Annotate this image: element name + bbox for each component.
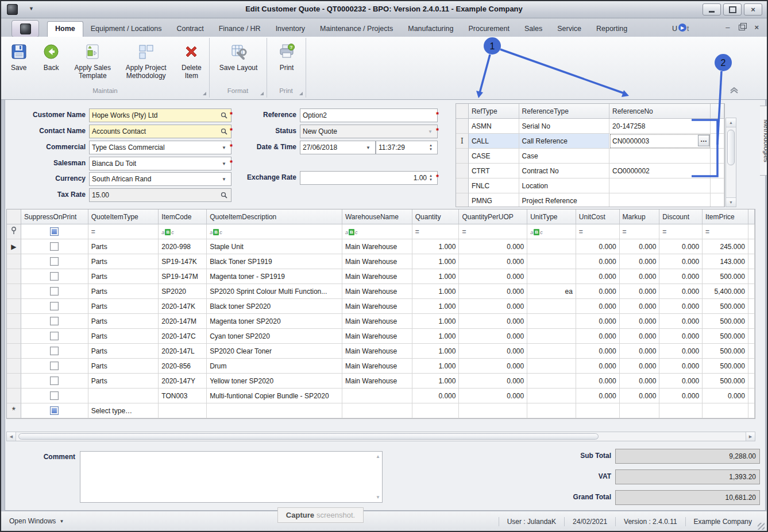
grid-cell-itemcode[interactable]: SP2020 [159,284,207,299]
column-header-quantityperuop[interactable]: QuantityPerUOP [459,209,527,224]
exchange-rate-spinner[interactable]: 1.00 ▲▼ [300,171,438,185]
grid-cell-quoteitemdescription[interactable]: Yellow toner SP2020 [207,374,342,389]
tab-scroll-right-icon[interactable]: ▶ [678,24,686,32]
ref-cell-referenceno[interactable]: CN0000003… [609,134,711,149]
grid-cell-warehousename[interactable]: Main Warehouse [342,374,412,389]
tab-inventory[interactable]: Inventory [268,22,312,37]
grid-cell-itemcode[interactable]: SP19-147K [159,254,207,269]
grid-cell-unittype[interactable] [527,329,576,344]
column-header-itemprice[interactable]: ItemPrice [703,209,748,224]
grid-cell-quoteitemtype[interactable]: Parts [88,254,159,269]
filter-cell-unittype[interactable]: aBc [527,224,576,239]
tab-contract[interactable]: Contract [169,22,211,37]
filter-cell-markup[interactable]: = [620,224,660,239]
grid-cell-quoteitemtype[interactable]: Parts [88,359,159,374]
checkbox-icon[interactable] [50,362,59,370]
grid-cell-discount[interactable]: 0.000 [659,389,703,403]
grid-cell-suppressonprint[interactable] [21,284,88,299]
grid-cell-discount[interactable]: 0.000 [659,314,703,329]
grid-cell-unitcost[interactable]: 0.000 [576,329,620,344]
grid-cell-markup[interactable]: 0.000 [620,239,660,254]
grid-cell-suppressonprint[interactable] [21,314,88,329]
grid-cell-unittype[interactable]: ea [527,284,576,299]
grid-cell-warehousename[interactable]: Main Warehouse [342,299,412,314]
grid-cell-quoteitemtype[interactable]: Parts [88,329,159,344]
new-row-cell-warehousename[interactable] [342,403,412,418]
group-dialog-launcher-icon[interactable] [299,92,303,95]
capture-screenshot-button[interactable]: Capturescreenshot. [277,507,364,523]
new-row-cell-suppressonprint[interactable] [21,403,88,418]
tab-manufacturing[interactable]: Manufacturing [400,22,461,37]
checkbox-icon[interactable] [50,302,59,310]
grid-cell-suppressonprint[interactable] [21,299,88,314]
new-row-cell-itemcode[interactable] [159,403,207,418]
date-picker[interactable]: 27/06/2018 ▼ [300,141,376,154]
grid-cell-quoteitemtype[interactable]: Parts [88,299,159,314]
scroll-up-icon[interactable]: ▲ [726,118,736,127]
filter-cell-quantity[interactable]: = [412,224,460,239]
grid-cell-unittype[interactable] [527,374,576,389]
back-button[interactable]: Back [36,40,65,72]
new-row-cell-quoteitemtype[interactable]: Select type… [88,403,159,418]
grid-cell-warehousename[interactable]: Main Warehouse [342,314,412,329]
grid-cell-warehousename[interactable]: Main Warehouse [342,359,412,374]
grid-cell-quoteitemtype[interactable]: Parts [88,344,159,359]
grid-cell-quantityperuop[interactable]: 0.000 [459,239,527,254]
ref-cell-referencetype[interactable]: Case [519,149,609,164]
tab-maintenance-projects[interactable]: Maintenance / Projects [312,22,400,37]
grid-cell-suppressonprint[interactable] [21,389,88,403]
grid-cell-unittype[interactable] [527,389,576,403]
column-header-markup[interactable]: Markup [620,209,660,224]
grid-cell-itemcode[interactable]: 2020-147M [159,314,207,329]
new-row-cell-unittype[interactable] [527,403,576,418]
ref-cell-referenceno[interactable]: 20-147258 [609,119,711,134]
grid-cell-itemcode[interactable]: 2020-998 [159,239,207,254]
grid-cell-quantity[interactable]: 1.000 [412,329,460,344]
tab-partial[interactable]: U [665,22,678,37]
grid-cell-unittype[interactable] [527,269,576,284]
tab-procurement[interactable]: Procurement [461,22,517,37]
ref-cell-reftype[interactable]: FNLC [469,178,519,193]
grid-cell-itemcode[interactable]: 2020-856 [159,359,207,374]
group-dialog-launcher-icon[interactable] [203,92,206,95]
application-menu-button[interactable] [11,20,39,37]
grid-cell-itemprice[interactable]: 500.000 [703,344,748,359]
new-row-cell-quantity[interactable] [412,403,460,418]
column-header-suppressonprint[interactable]: SuppressOnPrint [21,209,88,224]
reference-grid-vscrollbar[interactable]: ▲ ▼ [725,118,736,207]
grid-cell-quantity[interactable]: 1.000 [412,284,460,299]
spin-buttons[interactable]: ▲▼ [427,172,435,184]
save-layout-button[interactable]: Save Layout [215,40,261,72]
grid-cell-quantity[interactable]: 0.000 [412,389,460,403]
mdi-close-icon[interactable]: × [754,24,759,31]
ref-cell-referenceno[interactable] [609,178,711,193]
grid-cell-quoteitemtype[interactable]: Parts [88,239,159,254]
time-spinner[interactable]: 11:37:29 ▲▼ [376,141,438,154]
ref-column-header[interactable]: RefType [469,104,519,119]
checkbox-icon[interactable] [50,317,59,325]
grid-cell-itemprice[interactable]: 500.000 [703,329,748,344]
save-button[interactable]: Save [5,40,33,72]
grid-cell-suppressonprint[interactable] [21,269,88,284]
column-header-quoteitemdescription[interactable]: QuoteItemDescription [207,209,342,224]
grid-cell-quantityperuop[interactable]: 0.000 [459,344,527,359]
filter-cell-itemcode[interactable]: aBc [159,224,207,239]
grid-cell-quantity[interactable]: 1.000 [412,254,460,269]
grid-cell-quoteitemdescription[interactable]: Magenta toner SP2020 [207,314,342,329]
checkbox-indeterminate-icon[interactable] [50,227,59,236]
grid-cell-markup[interactable]: 0.000 [620,329,660,344]
column-header-quoteitemtype[interactable]: QuoteItemType [88,209,159,224]
open-windows-menu[interactable]: Open Windows ▼ [9,517,64,525]
grid-cell-discount[interactable]: 0.000 [659,374,703,389]
grid-cell-quantity[interactable]: 1.000 [412,299,460,314]
grid-cell-quantityperuop[interactable]: 0.000 [459,299,527,314]
ref-column-header[interactable]: ReferenceNo [609,104,711,119]
grid-cell-warehousename[interactable]: Main Warehouse [342,239,412,254]
grid-cell-unittype[interactable] [527,239,576,254]
items-grid-hscrollbar[interactable]: ◀ ▶ [6,432,755,441]
column-header-unitcost[interactable]: UnitCost [576,209,620,224]
search-icon[interactable] [219,192,229,199]
group-dialog-launcher-icon[interactable] [260,92,264,95]
tab-equipment-locations[interactable]: Equipment / Locations [83,22,169,37]
checkbox-indeterminate-icon[interactable] [50,406,59,415]
